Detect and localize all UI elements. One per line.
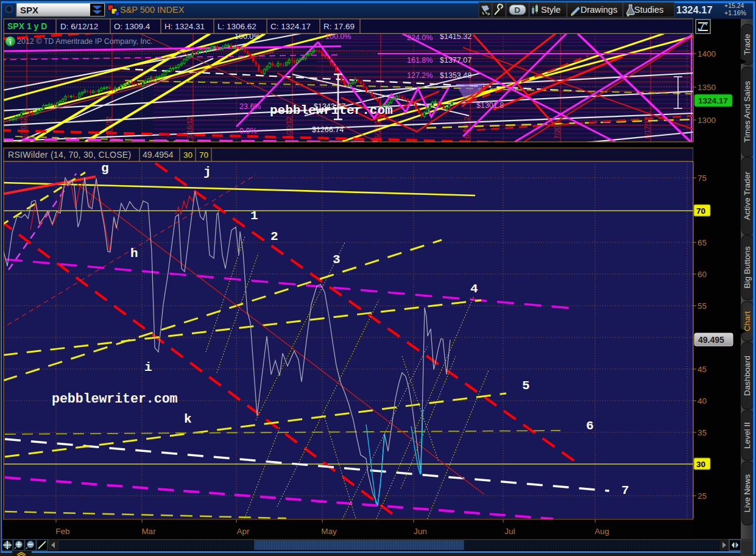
svg-text:R: 17.69: R: 17.69	[323, 22, 355, 31]
svg-text:Big Buttons: Big Buttons	[743, 246, 752, 288]
svg-text:45: 45	[698, 365, 707, 374]
svg-text:49.4954: 49.4954	[143, 150, 174, 160]
svg-text:1324.17: 1324.17	[698, 96, 728, 105]
svg-text:224.0%: 224.0%	[407, 33, 433, 42]
svg-text:Level II: Level II	[743, 422, 752, 449]
svg-text:8/17/12: 8/17/12	[643, 116, 651, 139]
svg-text:+15.24: +15.24	[724, 2, 744, 9]
svg-text:2: 2	[270, 230, 278, 244]
svg-text:127.2%: 127.2%	[407, 71, 433, 80]
svg-text:$1266.74: $1266.74	[312, 125, 344, 134]
svg-text:Style: Style	[541, 5, 560, 15]
svg-text:Trade: Trade	[743, 34, 752, 55]
svg-text:2012 © TD Ameritrade IP Compan: 2012 © TD Ameritrade IP Company, Inc.	[17, 37, 153, 46]
svg-text:25: 25	[698, 491, 707, 501]
svg-text:1/20/12: 1/20/12	[19, 116, 27, 139]
svg-text:3: 3	[333, 253, 341, 267]
svg-text:$1377.07: $1377.07	[440, 56, 472, 65]
svg-text:Live News: Live News	[743, 474, 752, 513]
svg-text:i: i	[144, 361, 152, 375]
svg-text:30: 30	[183, 150, 193, 160]
svg-text:65: 65	[698, 238, 707, 247]
svg-text:1: 1	[250, 209, 258, 223]
svg-text:j: j	[203, 165, 211, 179]
svg-text:Jul: Jul	[504, 527, 515, 536]
svg-text:1300: 1300	[698, 116, 716, 125]
svg-text:6: 6	[586, 419, 594, 433]
svg-text:1400: 1400	[698, 49, 716, 58]
svg-text:Times And Sales: Times And Sales	[743, 81, 752, 143]
svg-text:55: 55	[698, 301, 707, 311]
svg-text:SPX: SPX	[20, 5, 38, 15]
svg-text:$1353.48: $1353.48	[440, 71, 472, 80]
svg-text:70: 70	[199, 150, 208, 160]
svg-text:Chart: Chart	[743, 311, 752, 331]
svg-text:49.495: 49.495	[698, 335, 724, 345]
svg-text:O: 1309.4: O: 1309.4	[114, 22, 150, 31]
svg-text:35: 35	[698, 428, 707, 437]
svg-text:S&P 500 INDEX: S&P 500 INDEX	[120, 5, 185, 15]
svg-text:Jun: Jun	[414, 527, 427, 536]
svg-text:pebblewriter.com: pebblewriter.com	[270, 104, 393, 118]
svg-text:Drawings: Drawings	[581, 5, 617, 15]
svg-text:h: h	[130, 247, 138, 261]
svg-text:L: 1306.62: L: 1306.62	[217, 22, 256, 31]
svg-text:40: 40	[698, 396, 707, 406]
svg-text:161.8%: 161.8%	[407, 56, 433, 65]
svg-text:D: 6/12/12: D: 6/12/12	[60, 22, 98, 31]
svg-text:1324.17: 1324.17	[676, 4, 713, 15]
svg-text:4: 4	[470, 282, 478, 296]
svg-text:g: g	[101, 161, 109, 175]
svg-text:C: 1324.17: C: 1324.17	[270, 22, 311, 31]
svg-text:Mar: Mar	[141, 527, 156, 536]
svg-text:D: D	[514, 5, 520, 15]
svg-text:Active Trader: Active Trader	[743, 171, 752, 220]
svg-text:Studies: Studies	[634, 5, 663, 15]
svg-text:60: 60	[698, 270, 707, 279]
svg-text:0.0%: 0.0%	[239, 127, 257, 135]
svg-text:Dashboard: Dashboard	[743, 356, 752, 396]
svg-text:23.6%: 23.6%	[239, 102, 261, 111]
svg-text:30: 30	[696, 460, 705, 469]
svg-text:+1.16%: +1.16%	[724, 9, 746, 16]
svg-text:1350: 1350	[698, 83, 716, 92]
svg-text:Feb: Feb	[55, 527, 69, 536]
svg-text:pebblewriter.com: pebblewriter.com	[52, 392, 178, 406]
svg-text:75: 75	[698, 174, 707, 183]
svg-text:SPX 1 y D: SPX 1 y D	[7, 21, 47, 31]
svg-text:Aug: Aug	[595, 527, 609, 536]
svg-text:70: 70	[696, 206, 705, 216]
svg-text:7: 7	[621, 484, 629, 498]
svg-text:H: 1324.31: H: 1324.31	[164, 22, 205, 31]
svg-text:RSIWilder (14, 70, 30, CLOSE): RSIWilder (14, 70, 30, CLOSE)	[8, 150, 131, 160]
svg-text:4/20/12: 4/20/12	[285, 116, 292, 139]
svg-text:May: May	[321, 527, 337, 536]
svg-text:Apr: Apr	[236, 527, 250, 536]
svg-text:$1301.8: $1301.8	[476, 101, 504, 110]
svg-text:k: k	[184, 412, 192, 426]
svg-text:5: 5	[522, 379, 530, 393]
